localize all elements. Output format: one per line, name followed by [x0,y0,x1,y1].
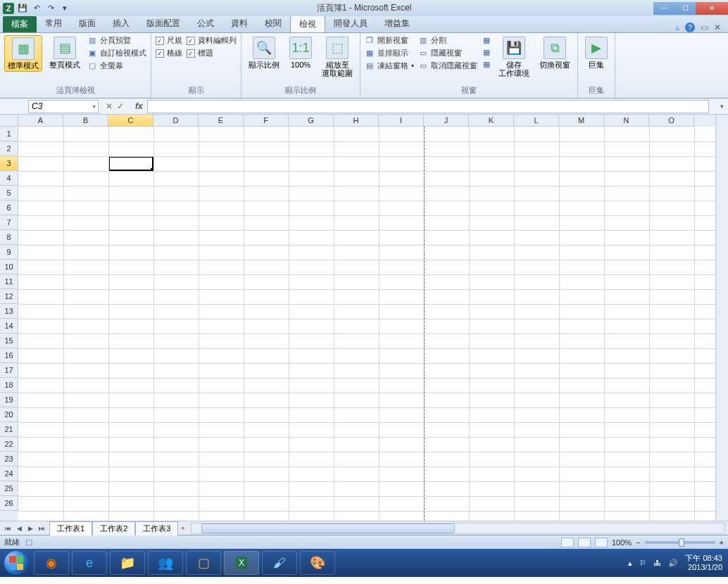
col-header-N[interactable]: N [604,115,649,127]
save-workspace-button[interactable]: 💾 儲存 工作環境 [496,35,532,79]
tab-公式[interactable]: 公式 [189,15,222,32]
task-app[interactable]: ▢ [186,551,221,575]
tab-資料[interactable]: 資料 [222,15,256,32]
zoom-thumb[interactable] [679,538,684,547]
custom-views-button[interactable]: ▣自訂檢視模式 [87,48,146,58]
view-page-layout-icon[interactable] [578,538,591,547]
row-header-23[interactable]: 23 [0,452,18,466]
row-header-8[interactable]: 8 [0,230,18,245]
tray-clock[interactable]: 下午 08:43 2013/1/20 [685,554,722,572]
col-header-J[interactable]: J [424,115,469,127]
hide-window-button[interactable]: ▭隱藏視窗 [418,48,477,58]
col-header-O[interactable]: O [649,115,694,127]
sync-scroll-button[interactable]: ▦ [482,35,491,45]
sheet-tab-1[interactable]: 工作表1 [49,521,92,535]
split-button[interactable]: ▥分割 [418,35,477,46]
zoom-slider[interactable] [645,541,715,544]
row-header-7[interactable]: 7 [0,215,18,230]
row-header-4[interactable]: 4 [0,171,18,186]
redo-icon[interactable]: ↷ [45,3,56,14]
row-header-12[interactable]: 12 [0,289,18,304]
row-header-22[interactable]: 22 [0,437,18,452]
undo-icon[interactable]: ↶ [31,3,42,14]
switch-windows-button[interactable]: ⧉ 切換視窗 [536,35,573,70]
task-palette[interactable]: 🎨 [300,551,335,575]
new-window-button[interactable]: ❐開新視窗 [365,35,414,46]
tray-network-icon[interactable]: 🖧 [653,559,661,567]
macro-record-icon[interactable]: ▢ [24,538,34,547]
tray-volume-icon[interactable]: 🔊 [668,559,678,568]
zoom-out-icon[interactable]: − [636,538,640,547]
row-header-1[interactable]: 1 [0,127,18,141]
zoom-to-selection-button[interactable]: ⬚ 縮放至 選取範圍 [319,35,356,79]
macros-button[interactable]: ▶ 巨集 [582,35,610,70]
save-icon[interactable]: 💾 [17,3,28,14]
sheet-tab-2[interactable]: 工作表2 [92,521,135,535]
tab-開發人員[interactable]: 開發人員 [325,15,376,32]
unhide-window-button[interactable]: ▭取消隱藏視窗 [418,61,477,71]
row-header-6[interactable]: 6 [0,201,18,215]
row-header-25[interactable]: 25 [0,481,18,496]
minimize-button[interactable]: ─ [653,2,674,15]
arrange-all-button[interactable]: ▦並排顯示 [365,48,414,58]
row-header-18[interactable]: 18 [0,378,18,393]
row-header-21[interactable]: 21 [0,422,18,437]
formula-input[interactable] [147,100,709,113]
horizontal-scrollbar[interactable] [191,523,725,534]
select-all-corner[interactable] [0,115,18,127]
normal-view-button[interactable]: ▦ 標準模式 [4,35,42,72]
full-screen-button[interactable]: ▢全螢幕 [87,61,146,71]
zoom-100-button[interactable]: 1:1 100% [287,35,315,70]
sheet-tab-3[interactable]: 工作表3 [135,521,178,535]
row-header-15[interactable]: 15 [0,334,18,348]
task-paint[interactable]: 🖌 [262,551,297,575]
task-explorer[interactable]: 📁 [110,551,145,575]
tab-檢視[interactable]: 檢視 [290,15,325,32]
fx-icon[interactable]: fx [131,101,147,111]
tray-flag-icon[interactable]: ⚐ [639,559,646,568]
help-icon[interactable]: ? [685,23,695,32]
row-header-24[interactable]: 24 [0,466,18,481]
col-header-B[interactable]: B [63,115,108,127]
page-break-preview-button[interactable]: ▥分頁預覽 [87,35,146,46]
cancel-formula-icon[interactable]: ✕ [106,101,113,111]
qat-more-icon[interactable]: ▾ [59,3,70,14]
row-header-2[interactable]: 2 [0,141,18,156]
formula-bar-checkbox[interactable]: ✓資料編輯列 [187,35,237,46]
row-header-10[interactable]: 10 [0,260,18,274]
col-header-C[interactable]: C [108,115,153,127]
ribbon-options-icon[interactable]: ▭ [701,23,708,32]
start-button[interactable] [0,549,32,577]
zoom-button[interactable]: 🔍 顯示比例 [246,35,282,70]
gridlines-checkbox[interactable]: ✓格線 [156,48,182,58]
row-header-26[interactable]: 26 [0,496,18,511]
close-button[interactable]: ✕ [696,2,728,15]
doc-close-icon[interactable]: ✕ [714,23,721,32]
row-header-19[interactable]: 19 [0,393,18,407]
task-people[interactable]: 👥 [148,551,183,575]
row-header-9[interactable]: 9 [0,245,18,260]
ruler-checkbox[interactable]: ✓尺規 [156,35,182,46]
sheet-first-icon[interactable]: ⏮ [3,523,13,533]
col-header-M[interactable]: M [559,115,604,127]
row-header-5[interactable]: 5 [0,186,18,201]
sheet-next-icon[interactable]: ▶ [25,523,35,533]
col-header-H[interactable]: H [334,115,379,127]
task-excel[interactable]: X [224,551,259,575]
col-header-I[interactable]: I [379,115,424,127]
vertical-scrollbar[interactable] [715,115,728,521]
tab-增益集[interactable]: 增益集 [376,15,418,32]
task-media-player[interactable]: ◉ [34,551,69,575]
freeze-panes-button[interactable]: ▤凍結窗格 ▾ [365,61,414,71]
col-header-A[interactable]: A [18,115,63,127]
hscroll-thumb[interactable] [201,523,455,533]
minimize-ribbon-icon[interactable]: ▵ [675,23,679,32]
accept-formula-icon[interactable]: ✓ [117,101,124,111]
row-header-14[interactable]: 14 [0,319,18,334]
zoom-in-icon[interactable]: + [720,538,724,547]
tray-show-hidden-icon[interactable]: ▴ [628,559,632,568]
sheet-prev-icon[interactable]: ◀ [14,523,24,533]
task-ie[interactable]: e [72,551,107,575]
col-header-G[interactable]: G [289,115,334,127]
reset-window-button[interactable]: ▦ [482,47,491,57]
